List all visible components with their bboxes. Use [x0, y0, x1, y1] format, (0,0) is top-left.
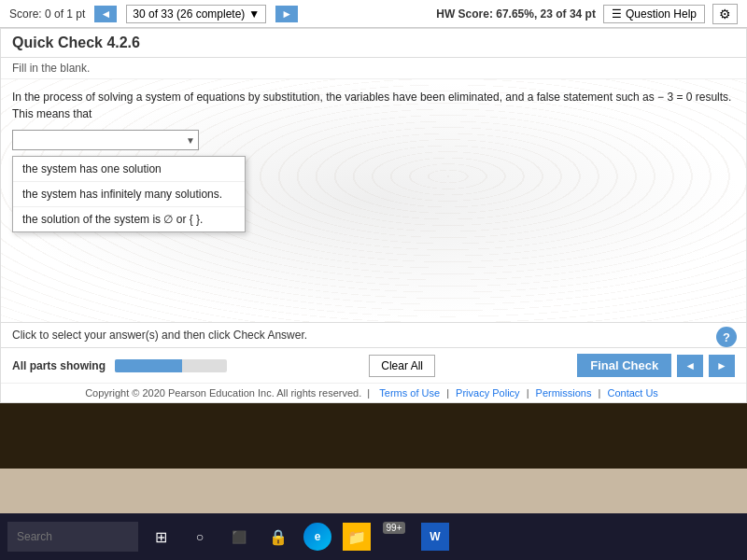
score-right: HW Score: 67.65%, 23 of 34 pt ☰ Question…	[436, 4, 738, 24]
bottom-right: Final Check ◄ ►	[577, 354, 735, 377]
copyright-bar: Copyright © 2020 Pearson Education Inc. …	[1, 383, 746, 402]
page-title: Quick Check 4.2.6	[12, 35, 735, 51]
privacy-link[interactable]: Privacy Policy	[456, 387, 519, 399]
taskbar-word-btn[interactable]: W	[418, 520, 452, 553]
dark-bg-area	[0, 403, 747, 469]
dropdown-option-many[interactable]: the system has infinitely many solutions…	[13, 182, 245, 207]
score-bar: Score: 0 of 1 pt ◄ 30 of 33 (26 complete…	[0, 0, 747, 28]
progress-arrow-icon: ▼	[248, 7, 260, 21]
copyright-text: Copyright © 2020 Pearson Education Inc. …	[85, 387, 361, 399]
taskbar-search-input[interactable]	[7, 522, 138, 552]
question-text-before: In the process of solving a system of eq…	[12, 91, 731, 120]
instruction-text: Fill in the blank.	[12, 62, 90, 75]
fill-instruction: Fill in the blank.	[1, 58, 746, 79]
progress-dropdown[interactable]: 30 of 33 (26 complete) ▼	[126, 5, 266, 23]
clear-all-btn[interactable]: Clear All	[369, 355, 435, 377]
bottom-center: Clear All	[369, 355, 435, 377]
title-bar: Quick Check 4.2.6	[1, 29, 746, 58]
bottom-instruction: Click to select your answer(s) and then …	[1, 322, 746, 347]
taskbar: ⊞ ○ ⬛ 🔒 e 📁 99+ W	[0, 513, 747, 560]
taskbar-badge-btn[interactable]: 99+	[379, 520, 413, 553]
next-question-btn[interactable]: ►	[275, 6, 298, 22]
score-text: Score: 0 of 1 pt	[9, 7, 85, 21]
answer-select[interactable]: the system has one solution the system h…	[12, 130, 199, 150]
permissions-link[interactable]: Permissions	[536, 387, 592, 399]
all-parts-label: All parts showing	[12, 359, 106, 372]
gear-btn[interactable]: ⚙	[712, 4, 738, 24]
answer-dropdown-wrapper[interactable]: the system has one solution the system h…	[12, 130, 199, 150]
taskbar-taskview-btn[interactable]: ⬛	[222, 520, 256, 553]
taskbar-search-icon-btn[interactable]: ○	[183, 520, 217, 553]
dropdown-option-empty[interactable]: the solution of the system is ∅ or { }.	[13, 207, 245, 231]
next-nav-btn[interactable]: ►	[709, 355, 735, 377]
main-area: Quick Check 4.2.6 Fill in the blank. In …	[0, 28, 747, 403]
bottom-bar: All parts showing Clear All Final Check …	[1, 347, 746, 383]
notification-badge: 99+	[383, 522, 406, 534]
final-check-btn[interactable]: Final Check	[577, 354, 671, 377]
taskview-icon: ⬛	[232, 530, 247, 544]
windows-icon: ⊞	[155, 528, 167, 546]
taskbar-lock-btn[interactable]: 🔒	[261, 520, 295, 553]
dropdown-option-one[interactable]: the system has one solution	[13, 157, 245, 182]
progress-bar-fill	[115, 359, 182, 372]
prev-nav-btn[interactable]: ◄	[677, 355, 703, 377]
question-help-label: Question Help	[626, 7, 697, 21]
hw-score-text: HW Score: 67.65%, 23 of 34 pt	[436, 7, 596, 21]
progress-bar-container	[115, 359, 227, 372]
lock-icon: 🔒	[269, 528, 288, 546]
contact-link[interactable]: Contact Us	[607, 387, 657, 399]
progress-text: 30 of 33 (26 complete)	[133, 7, 245, 21]
taskbar-windows-icon[interactable]: ⊞	[144, 520, 177, 553]
prev-question-btn[interactable]: ◄	[94, 6, 117, 22]
dropdown-popup: the system has one solution the system h…	[12, 156, 246, 232]
click-instruction-text: Click to select your answer(s) and then …	[12, 329, 307, 342]
question-area: In the process of solving a system of eq…	[1, 79, 746, 322]
folder-icon: 📁	[343, 523, 371, 551]
score-left: Score: 0 of 1 pt ◄ 30 of 33 (26 complete…	[9, 5, 298, 23]
terms-link[interactable]: Terms of Use	[379, 387, 440, 399]
search-icon: ○	[196, 529, 204, 544]
question-help-btn[interactable]: ☰ Question Help	[603, 5, 705, 23]
edge-browser-icon: e	[303, 523, 331, 551]
taskbar-edge-btn[interactable]: e	[301, 520, 334, 553]
list-icon: ☰	[612, 7, 622, 21]
taskbar-folder-btn[interactable]: 📁	[340, 520, 374, 553]
help-circle-btn[interactable]: ?	[716, 327, 737, 347]
question-text: In the process of solving a system of eq…	[12, 89, 735, 122]
word-icon: W	[421, 523, 449, 551]
bottom-left: All parts showing	[12, 359, 227, 372]
